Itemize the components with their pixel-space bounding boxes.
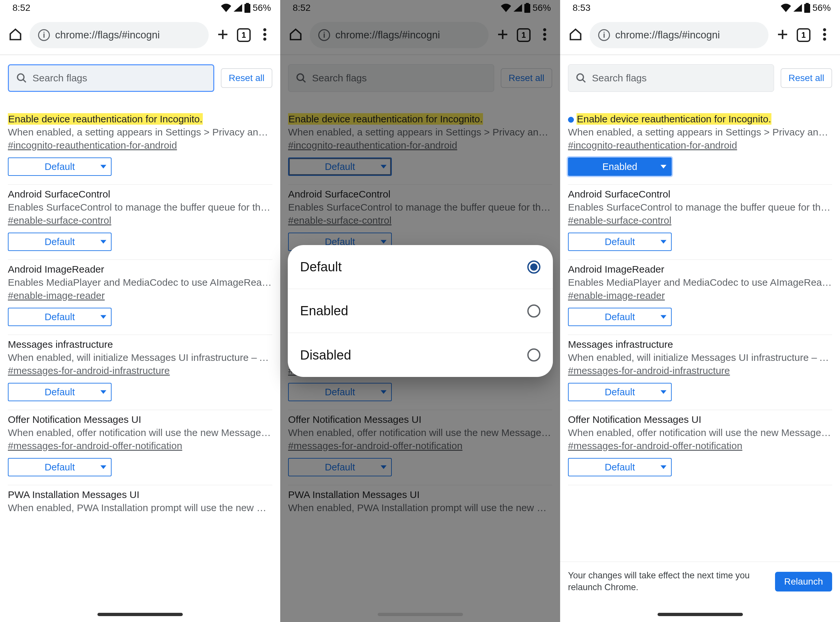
flag-dropdown[interactable]: Default: [8, 383, 111, 401]
site-info-icon[interactable]: i: [598, 29, 610, 41]
flag-anchor[interactable]: #enable-image-reader: [8, 290, 105, 301]
option-label: Default: [300, 259, 342, 274]
flag-dropdown[interactable]: Default: [568, 383, 672, 401]
wifi-icon: [780, 4, 791, 12]
flag-desc: Enables MediaPlayer and MediaCodec to us…: [568, 277, 832, 288]
reset-all-button[interactable]: Reset all: [781, 68, 832, 88]
flag-desc: When enabled, PWA Installation prompt wi…: [8, 502, 272, 514]
flag-item: Offer Notification Messages UI When enab…: [568, 410, 832, 485]
nav-pill[interactable]: [657, 613, 743, 616]
chevron-down-icon: [101, 390, 106, 394]
battery-icon: [244, 3, 251, 13]
reset-all-button[interactable]: Reset all: [221, 68, 272, 88]
chevron-down-icon: [101, 240, 106, 244]
flag-dropdown[interactable]: Default: [8, 308, 111, 326]
flags-list: Enable device reauthentication for Incog…: [560, 101, 840, 485]
url-text: chrome://flags/#incogni: [615, 29, 720, 41]
option-label: Disabled: [300, 348, 351, 363]
relaunch-bar: Your changes will take effect the next t…: [560, 562, 840, 601]
modal-option-default[interactable]: Default: [288, 245, 553, 289]
new-tab-icon[interactable]: [775, 27, 790, 43]
flag-title: Messages infrastructure: [8, 339, 272, 350]
chevron-down-icon: [660, 315, 666, 319]
flag-desc: When enabled, will initialize Messages U…: [568, 352, 832, 363]
relaunch-button[interactable]: Relaunch: [775, 572, 832, 592]
battery-text: 56%: [813, 3, 831, 13]
flag-desc: Enables SurfaceControl to manage the buf…: [568, 202, 832, 213]
modal-option-enabled[interactable]: Enabled: [288, 289, 553, 333]
flag-dropdown[interactable]: Default: [8, 157, 111, 176]
dropdown-modal: Default Enabled Disabled: [288, 245, 553, 377]
flags-list: Enable device reauthentication for Incog…: [0, 101, 280, 524]
flag-item: Android SurfaceControl Enables SurfaceCo…: [8, 185, 272, 260]
clock: 8:53: [573, 3, 591, 13]
flag-title: Enable device reauthentication for Incog…: [8, 113, 272, 125]
search-row: Search flags Reset all: [0, 55, 280, 101]
url-bar[interactable]: i chrome://flags/#incogni: [590, 22, 768, 48]
tab-switcher[interactable]: 1: [797, 28, 811, 42]
flag-anchor[interactable]: #messages-for-android-offer-notification: [8, 440, 182, 451]
flag-dropdown[interactable]: Default: [568, 233, 672, 251]
signal-icon: [793, 4, 803, 12]
battery-text: 56%: [253, 3, 271, 13]
search-placeholder: Search flags: [32, 73, 87, 84]
phone-3: 8:53 56% i chrome://flags/#incogni 1 Sea…: [560, 0, 840, 622]
flag-title: Enable device reauthentication for Incog…: [568, 113, 832, 125]
overflow-menu-icon[interactable]: [817, 28, 832, 42]
flag-item: Offer Notification Messages UI When enab…: [8, 410, 272, 485]
flag-item: Messages infrastructure When enabled, wi…: [568, 335, 832, 410]
search-input[interactable]: Search flags: [8, 64, 214, 92]
chevron-down-icon: [101, 315, 106, 319]
status-bar: 8:53 56%: [560, 0, 840, 16]
site-info-icon[interactable]: i: [38, 29, 50, 41]
url-bar[interactable]: i chrome://flags/#incogni: [29, 22, 209, 48]
svg-point-3: [263, 38, 267, 41]
home-icon[interactable]: [568, 27, 583, 43]
flag-anchor[interactable]: #messages-for-android-offer-notification: [568, 440, 742, 451]
flag-title: PWA Installation Messages UI: [8, 489, 272, 500]
svg-point-12: [823, 33, 826, 36]
flag-dropdown[interactable]: Enabled: [568, 157, 672, 176]
flag-item: Android ImageReader Enables MediaPlayer …: [8, 260, 272, 335]
status-icons: 56%: [221, 3, 271, 13]
flag-anchor[interactable]: #messages-for-android-infrastructure: [568, 365, 730, 376]
flag-desc: When enabled, will initialize Messages U…: [8, 352, 272, 363]
clock: 8:52: [12, 3, 30, 13]
svg-point-11: [823, 28, 826, 32]
flag-anchor[interactable]: #enable-surface-control: [568, 215, 671, 226]
new-tab-icon[interactable]: [215, 27, 230, 43]
flag-anchor[interactable]: #messages-for-android-infrastructure: [8, 365, 170, 376]
flag-dropdown[interactable]: Default: [568, 458, 672, 476]
flag-item: Enable device reauthentication for Incog…: [8, 108, 272, 185]
chevron-down-icon: [101, 165, 106, 169]
modal-option-disabled[interactable]: Disabled: [288, 333, 553, 377]
phone-1: 8:52 56% i chrome://flags/#incogni 1 Sea…: [0, 0, 280, 622]
flag-anchor[interactable]: #incognito-reauthentication-for-android: [8, 140, 177, 151]
search-input[interactable]: Search flags: [568, 64, 774, 92]
overflow-menu-icon[interactable]: [257, 28, 272, 42]
flag-dropdown[interactable]: Default: [568, 308, 672, 326]
flag-item: Messages infrastructure When enabled, wi…: [8, 335, 272, 410]
search-placeholder: Search flags: [592, 73, 647, 84]
chevron-down-icon: [660, 165, 666, 169]
flag-anchor[interactable]: #incognito-reauthentication-for-android: [568, 140, 737, 151]
status-icons: 56%: [780, 3, 831, 13]
omnibox-row: i chrome://flags/#incogni 1: [560, 16, 840, 55]
flag-dropdown[interactable]: Default: [8, 233, 111, 251]
flag-desc: Enables MediaPlayer and MediaCodec to us…: [8, 277, 272, 288]
flag-title: Android SurfaceControl: [8, 189, 272, 200]
tab-switcher[interactable]: 1: [237, 28, 251, 42]
flag-item: Android ImageReader Enables MediaPlayer …: [568, 260, 832, 335]
flag-title: Android ImageReader: [568, 264, 832, 275]
phone-2: 8:52 56% i chrome://flags/#incogni 1 Sea…: [280, 0, 560, 622]
search-icon: [16, 73, 27, 84]
flag-anchor[interactable]: #enable-surface-control: [8, 215, 111, 226]
status-bar: 8:52 56%: [0, 0, 280, 16]
search-icon: [576, 73, 587, 84]
home-icon[interactable]: [8, 27, 23, 43]
flag-desc: Enables SurfaceControl to manage the buf…: [8, 202, 272, 213]
flag-dropdown[interactable]: Default: [8, 458, 111, 476]
flag-item: Enable device reauthentication for Incog…: [568, 108, 832, 185]
nav-pill[interactable]: [98, 613, 183, 616]
flag-anchor[interactable]: #enable-image-reader: [568, 290, 665, 301]
